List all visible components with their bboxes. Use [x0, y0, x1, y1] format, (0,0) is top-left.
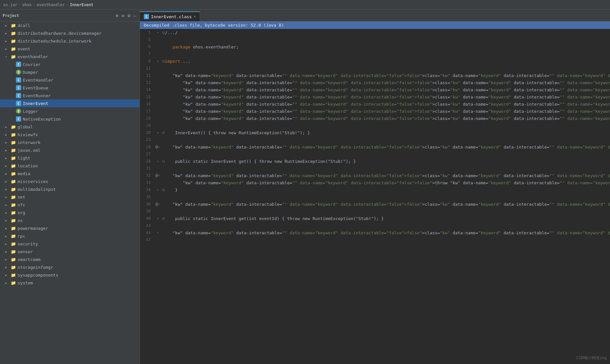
sidebar-item-interwork[interactable]: ▶📁interwork: [0, 138, 140, 146]
sidebar-item-EventHandler[interactable]: CEventHandler: [0, 76, 140, 84]
string: "" data-name="keyword" data-interactable…: [292, 109, 432, 114]
sidebar-item-hiviewfx[interactable]: ▶📁hiviewfx: [0, 131, 140, 138]
line-content: package ohos.eventhandler;: [161, 45, 610, 49]
item-label: InnerEvent: [23, 101, 48, 106]
sidebar-item-NativeException[interactable]: CNativeException: [0, 115, 140, 123]
sidebar-item-security[interactable]: ▶📁security: [0, 240, 140, 248]
breadcrumb-part-3[interactable]: eventhandler: [37, 3, 65, 7]
string: "keyword": [221, 80, 244, 85]
string: "kw": [450, 80, 460, 85]
fold-icon[interactable]: ▾: [157, 59, 159, 63]
string: " data-name=": [562, 95, 595, 99]
fold-icon[interactable]: ▾: [157, 188, 159, 192]
fold-icon[interactable]: ▾: [157, 216, 159, 221]
fold-marker[interactable]: ⊟: [162, 188, 165, 192]
sidebar-item-media[interactable]: ▶📁media: [0, 170, 140, 177]
sidebar-title: Project: [3, 13, 19, 18]
fold-marker[interactable]: ⊟: [162, 30, 165, 35]
sidebar-item-global[interactable]: ▶📁global: [0, 123, 140, 131]
string: "kw": [183, 102, 193, 107]
sidebar-item-rpc[interactable]: ▶📁rpc: [0, 232, 140, 240]
file-icon: C: [16, 116, 21, 122]
sidebar-item-distributedhardware[interactable]: ▶📁distributedhardware.devicemanager: [0, 29, 140, 37]
sidebar-item-EventRunner[interactable]: CEventRunner: [0, 92, 140, 99]
file-icon: C: [16, 85, 21, 91]
sidebar-item-multimodalinput[interactable]: ▶📁multimodalinput: [0, 185, 140, 193]
folder-icon: 📁: [11, 210, 16, 215]
fold-marker[interactable]: ⊟: [162, 216, 165, 221]
sidebar-item-event[interactable]: ▶📁event: [0, 45, 140, 53]
fold-marker[interactable]: ⊟: [162, 130, 165, 135]
sidebar-item-sensor[interactable]: ▶📁sensor: [0, 248, 140, 255]
sidebar-item-org[interactable]: ▶📁org: [0, 209, 140, 216]
sidebar-item-location[interactable]: ▶📁location: [0, 162, 140, 170]
item-label: light: [18, 156, 30, 161]
close-sidebar-icon[interactable]: —: [133, 12, 137, 19]
collapse-all-icon[interactable]: ≡: [121, 12, 125, 19]
string: "keyword": [478, 145, 501, 150]
fold-icon[interactable]: ▾: [158, 174, 160, 178]
sidebar-item-distributedschedule[interactable]: ▶📁distributedschedule.interwork: [0, 37, 140, 45]
arrow-icon: ▶: [5, 32, 10, 35]
sidebar-item-Courier[interactable]: CCourier: [0, 60, 140, 68]
item-label: global: [18, 124, 33, 129]
string: " data-interactable=": [346, 95, 399, 99]
breadcrumb-part-4[interactable]: InnerEvent: [70, 3, 93, 7]
sidebar-item-nfc[interactable]: ▶📁nfc: [0, 201, 140, 209]
file-icon: C: [16, 93, 21, 98]
item-label: rpc: [18, 234, 25, 239]
sidebar-item-storageinfomgr[interactable]: ▶📁storageinfomgr: [0, 263, 140, 271]
content-area: C InnerEvent.class × Decompiled .class f…: [140, 10, 610, 364]
sidebar-item-miscservices[interactable]: ▶📁miscservices: [0, 177, 140, 185]
sidebar-item-sysappcomponents[interactable]: ▶📁sysappcomponents: [0, 271, 140, 279]
line-number: 34: [140, 188, 155, 192]
sidebar-item-net[interactable]: ▶📁net: [0, 193, 140, 201]
breadcrumb-part-2[interactable]: ohos: [22, 3, 32, 7]
sidebar-item-InnerEvent[interactable]: CInnerEvent: [0, 99, 140, 107]
string: "keyword": [488, 95, 511, 99]
sidebar-item-smartcomm[interactable]: ▶📁smartcomm: [0, 255, 140, 263]
string: ">false: [412, 109, 430, 114]
sidebar-item-Dumper[interactable]: DDumper: [0, 68, 140, 76]
sidebar-item-os[interactable]: ▶📁os: [0, 216, 140, 224]
settings-icon[interactable]: ⚙: [127, 12, 131, 19]
fold-icon[interactable]: ▾: [158, 202, 160, 206]
tab-inner-event[interactable]: C InnerEvent.class ×: [140, 11, 200, 21]
sidebar-item-EventQueue[interactable]: CEventQueue: [0, 84, 140, 92]
annotation-marker: @: [156, 202, 158, 206]
string: " data-name=": [285, 173, 318, 178]
string: "kw": [183, 80, 193, 85]
breadcrumb-part-1[interactable]: os.jar: [3, 3, 17, 7]
line-number: 8: [140, 59, 155, 63]
string: " data-name=": [285, 73, 318, 78]
line-gutter: @▾: [155, 173, 161, 178]
sidebar-item-javax.xml[interactable]: ▶📁javax.xml: [0, 146, 140, 154]
line-number: 18: [140, 116, 155, 121]
sidebar-item-powermanager[interactable]: ▶📁powermanager: [0, 224, 140, 232]
line-gutter: ▾: [155, 188, 161, 192]
line-content: ⊟/.../: [161, 30, 610, 35]
tab-close-button[interactable]: ×: [194, 14, 196, 19]
code-editor[interactable]: 1▾⊟/.../56 package ohos.eventhandler;78▾…: [140, 29, 610, 364]
arrow-icon: ▶: [5, 227, 10, 230]
line-number: 12: [140, 73, 155, 78]
watermark: CSDN@小狗涨ing: [576, 355, 607, 361]
fold-icon[interactable]: ▾: [157, 131, 159, 135]
sidebar-item-system[interactable]: ▶📁system: [0, 279, 140, 287]
sidebar-item-Logger[interactable]: DLogger: [0, 107, 140, 115]
fold-icon[interactable]: ▾: [157, 31, 159, 35]
line-gutter: ▾: [155, 59, 161, 63]
fold-marker[interactable]: ⊟: [162, 159, 165, 164]
line-content: ⊟import ...: [161, 59, 610, 64]
line-content: ⊟ InnerEvent() { throw new RuntimeExcept…: [161, 130, 610, 135]
fold-icon[interactable]: ▾: [158, 145, 160, 149]
sidebar-item-eventhandler[interactable]: ▾📁eventhandler: [0, 53, 140, 60]
fold-marker[interactable]: ⊟: [162, 59, 165, 64]
sidebar-item-light[interactable]: ▶📁light: [0, 154, 140, 162]
class-icon: C: [16, 85, 21, 90]
sidebar-item-dcall[interactable]: ▶📁dcall: [0, 21, 140, 29]
fold-icon[interactable]: ▾: [157, 159, 159, 163]
fold-icon[interactable]: ▾: [157, 231, 159, 235]
refresh-icon[interactable]: ⊕: [115, 12, 119, 19]
string: "keyword": [478, 173, 501, 178]
